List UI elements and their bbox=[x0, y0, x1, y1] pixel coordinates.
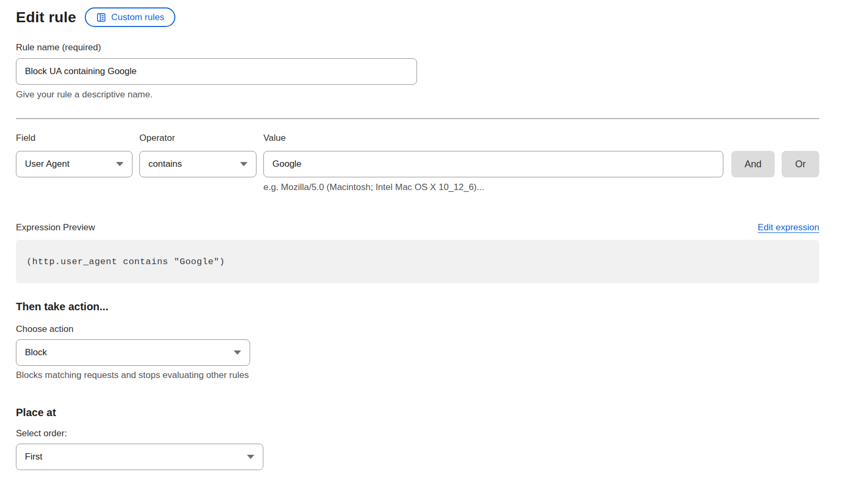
and-button[interactable]: And bbox=[731, 151, 775, 177]
expression-preview-header: Expression Preview Edit expression bbox=[16, 222, 819, 233]
or-column: Or bbox=[782, 133, 819, 193]
rule-name-help-text: Give your rule a descriptive name. bbox=[16, 89, 819, 100]
rule-name-label: Rule name (required) bbox=[16, 42, 819, 53]
expression-preview-label: Expression Preview bbox=[16, 222, 95, 233]
action-section-heading: Then take action... bbox=[16, 301, 819, 313]
expression-code: (http.user_agent contains "Google") bbox=[26, 257, 225, 267]
select-order-label: Select order: bbox=[16, 428, 819, 439]
chevron-down-icon bbox=[240, 162, 247, 166]
chevron-down-icon bbox=[247, 455, 254, 459]
action-select-value: Block bbox=[25, 347, 47, 358]
page-title: Edit rule bbox=[16, 9, 76, 26]
choose-action-label: Choose action bbox=[16, 324, 819, 335]
edit-rule-page: Edit rule Custom rules Rule name (requir… bbox=[0, 0, 841, 470]
action-select[interactable]: Block bbox=[16, 339, 250, 366]
value-column: Value e.g. Mozilla/5.0 (Macintosh; Intel… bbox=[263, 133, 723, 193]
field-select[interactable]: User Agent bbox=[16, 151, 132, 177]
chevron-down-icon bbox=[116, 162, 123, 166]
placement-section-heading: Place at bbox=[16, 407, 819, 419]
order-select-value: First bbox=[25, 452, 42, 462]
page-header: Edit rule Custom rules bbox=[16, 7, 819, 27]
custom-rules-badge-label: Custom rules bbox=[111, 12, 164, 23]
field-select-value: User Agent bbox=[25, 159, 69, 169]
book-icon bbox=[96, 12, 107, 23]
value-label: Value bbox=[263, 133, 723, 146]
value-input-wrapper bbox=[263, 151, 723, 177]
chevron-down-icon bbox=[234, 350, 241, 355]
action-help-text: Blocks matching requests and stops evalu… bbox=[16, 370, 819, 381]
field-label: Field bbox=[16, 133, 132, 146]
field-column: Field User Agent bbox=[16, 133, 132, 193]
operator-label: Operator bbox=[139, 133, 256, 146]
operator-column: Operator contains bbox=[139, 133, 256, 193]
value-help-text: e.g. Mozilla/5.0 (Macintosh; Intel Mac O… bbox=[263, 182, 723, 193]
operator-select-value: contains bbox=[148, 159, 182, 169]
order-select[interactable]: First bbox=[16, 444, 263, 470]
and-column: And bbox=[731, 133, 775, 193]
expression-preview-box: (http.user_agent contains "Google") bbox=[16, 240, 819, 283]
or-button[interactable]: Or bbox=[782, 151, 819, 177]
value-input[interactable] bbox=[272, 159, 714, 169]
rule-name-input[interactable] bbox=[25, 66, 408, 77]
custom-rules-badge-button[interactable]: Custom rules bbox=[85, 7, 175, 27]
rule-name-input-wrapper bbox=[16, 58, 417, 85]
expression-builder-row: Field User Agent Operator contains Value… bbox=[16, 133, 819, 193]
edit-expression-link[interactable]: Edit expression bbox=[758, 222, 819, 233]
operator-select[interactable]: contains bbox=[139, 151, 256, 177]
section-divider bbox=[16, 118, 819, 119]
